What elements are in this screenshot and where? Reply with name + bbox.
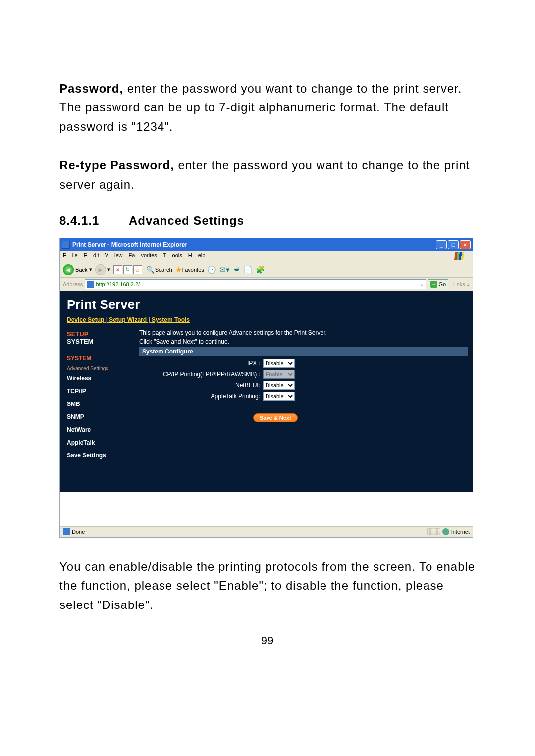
favorites-button[interactable]: ★Favorites (175, 265, 204, 274)
refresh-icon[interactable]: ↻ (123, 265, 132, 274)
select-tcp[interactable]: Enable (263, 370, 295, 379)
row-appletalk: AppleTalk Printing: Disable (139, 391, 468, 402)
links-label[interactable]: Links (452, 281, 465, 287)
status-grip (427, 528, 440, 535)
windows-flag-icon (454, 252, 464, 260)
ie-toolbar: ◄ Back ▾ ► ▾ × ↻ ⌂ 🔍Search ★Favorites 🕑 … (60, 262, 473, 278)
setup-label: SETUP (67, 330, 139, 338)
page-number: 99 (59, 634, 476, 647)
maximize-button[interactable]: □ (448, 240, 459, 249)
sidebar-item-save-settings[interactable]: Save Settings (60, 449, 139, 462)
minimize-button[interactable]: _ (436, 240, 447, 249)
sidebar: SETUP SYSTEM SYSTEM Advanced Settings Wi… (60, 327, 139, 492)
close-button[interactable]: × (460, 240, 471, 249)
label-netbeui: NetBEUI: (139, 382, 263, 389)
page-icon (87, 281, 94, 288)
label-appletalk: AppleTalk Printing: (139, 393, 263, 400)
edit-icon[interactable]: 📄 (243, 265, 253, 274)
menu-help[interactable]: Help (188, 252, 206, 260)
setup-system-block: SETUP SYSTEM (60, 327, 139, 345)
row-netbeui: NetBEUI: Disable (139, 380, 468, 391)
menu-favorites[interactable]: Favorites (129, 252, 157, 260)
section-title: Advanced Settings (129, 214, 244, 227)
history-icon[interactable]: 🕑 (207, 265, 216, 274)
sidebar-item-system[interactable]: SYSTEM (60, 352, 139, 365)
page-subtext: Click "Save and Next" to continue. (139, 336, 468, 345)
ie-icon (62, 241, 70, 249)
label-tcp: TCP/IP Printing(LPR/IPP/RAW/SMB) : (139, 371, 263, 378)
sidebar-item-appletalk[interactable]: AppleTalk (60, 436, 139, 449)
page-header: Print Server (60, 291, 473, 316)
link-device-setup[interactable]: Device Setup (67, 316, 104, 323)
stop-icon[interactable]: × (113, 265, 122, 274)
sidebar-item-tcpip[interactable]: TCP/IP (60, 385, 139, 398)
row-tcp: TCP/IP Printing(LPR/IPP/RAW/SMB) : Enabl… (139, 369, 468, 380)
titlebar: Print Server - Microsoft Internet Explor… (60, 238, 473, 251)
breadcrumb: Device Setup | Setup Wizard | System Too… (60, 316, 473, 327)
address-input[interactable]: http://192.168.2.2/⌄ (85, 279, 426, 289)
menu-bar: File Edit View Favorites Tools Help (60, 251, 473, 262)
link-system-tools[interactable]: System Tools (152, 316, 190, 323)
mail-icon[interactable]: ✉▾ (219, 265, 230, 274)
menu-edit[interactable]: Edit (84, 252, 99, 260)
address-bar: Address http://192.168.2.2/⌄ →Go Links » (60, 278, 473, 291)
select-appletalk[interactable]: Disable (263, 392, 295, 401)
settings-form: IPX : Disable TCP/IP Printing(LPR/IPP/RA… (139, 356, 468, 429)
address-label: Address (63, 281, 83, 287)
status-zone: Internet (451, 529, 470, 535)
link-setup-wizard[interactable]: Setup Wizard (109, 316, 147, 323)
retype-bold: Re-type Password, (59, 158, 174, 172)
print-icon[interactable]: 🖶 (233, 265, 240, 274)
retype-paragraph: Re-type Password, enter the password you… (59, 156, 476, 194)
sidebar-item-advanced-settings[interactable]: Advanced Settings (60, 364, 115, 373)
select-ipx[interactable]: Disable (263, 359, 295, 368)
page-description: This page allows you to configure Advanc… (139, 329, 468, 336)
sidebar-item-snmp[interactable]: SNMP (60, 410, 139, 423)
menu-file[interactable]: File (63, 252, 78, 260)
menu-tools[interactable]: Tools (163, 252, 182, 260)
discuss-icon[interactable]: 🧩 (256, 265, 265, 274)
save-next-button[interactable]: Save & Next (253, 413, 298, 422)
content-area: This page allows you to configure Advanc… (139, 327, 473, 492)
label-ipx: IPX : (139, 360, 263, 367)
row-ipx: IPX : Disable (139, 358, 468, 369)
home-icon[interactable]: ⌂ (133, 265, 142, 274)
done-icon (63, 528, 70, 535)
footer-paragraph: You can enable/disable the printing prot… (59, 557, 476, 614)
password-paragraph: Password, enter the password you want to… (59, 79, 476, 136)
search-button[interactable]: 🔍Search (146, 265, 172, 274)
internet-zone-icon (442, 528, 449, 535)
password-bold: Password, (59, 82, 123, 95)
status-done: Done (72, 529, 85, 535)
system-configure-heading: System Configure (139, 347, 468, 356)
go-button[interactable]: →Go (428, 279, 448, 289)
sidebar-item-netware[interactable]: NetWare (60, 423, 139, 436)
section-heading: 8.4.1.1Advanced Settings (59, 214, 476, 228)
forward-button[interactable]: ► ▾ (95, 264, 110, 275)
section-number: 8.4.1.1 (59, 214, 129, 228)
select-netbeui[interactable]: Disable (263, 381, 295, 390)
screenshot-frame: Print Server - Microsoft Internet Explor… (59, 238, 473, 538)
window-title: Print Server - Microsoft Internet Explor… (72, 241, 187, 248)
whitespace (60, 492, 473, 526)
status-bar: Done Internet (60, 526, 473, 537)
back-button[interactable]: ◄ Back ▾ (63, 264, 92, 275)
print-server-page: Print Server Device Setup | Setup Wizard… (60, 291, 473, 492)
sidebar-item-wireless[interactable]: Wireless (60, 372, 139, 385)
sidebar-item-smb[interactable]: SMB (60, 398, 139, 410)
menu-view[interactable]: View (105, 252, 123, 260)
system-label: SYSTEM (67, 338, 139, 345)
page-title: Print Server (67, 297, 140, 312)
